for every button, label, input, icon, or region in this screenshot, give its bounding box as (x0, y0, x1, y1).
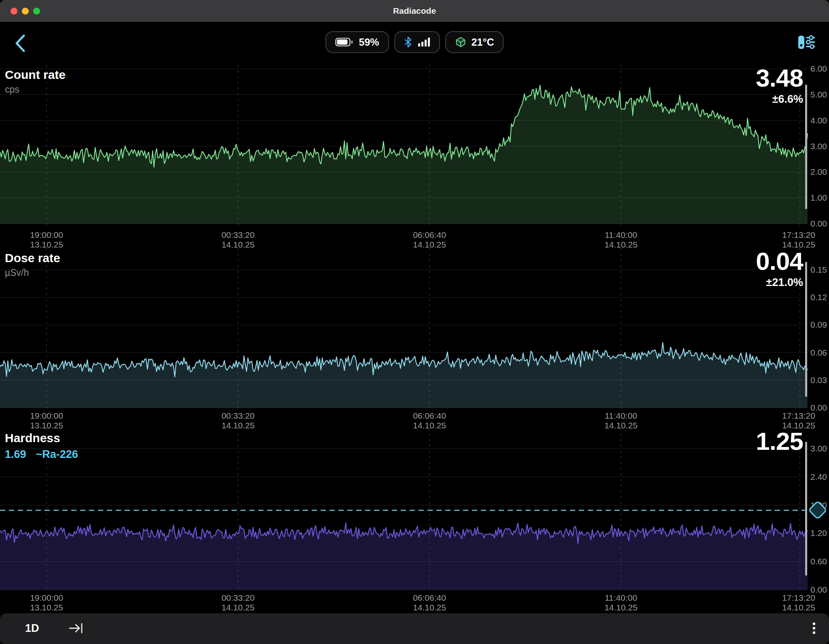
titlebar: Radiacode (0, 0, 829, 22)
count-rate-range-scrollbar[interactable] (805, 85, 807, 209)
hardness-current-value: 1.25 (756, 429, 803, 454)
battery-percent: 59% (359, 36, 379, 48)
device-settings-icon (795, 32, 817, 54)
dose-rate-ytick: 0.12 (810, 292, 828, 302)
toolbar: 59% 21°C (0, 22, 829, 65)
cube-icon (455, 36, 466, 48)
time-axis-label: 17:13:2014.10.25 (770, 593, 827, 612)
dose-rate-plot-svg (0, 248, 829, 409)
count-rate-ytick: 4.00 (810, 116, 828, 125)
app-window: Radiacode 59% (0, 0, 829, 644)
kebab-menu-icon (808, 621, 820, 637)
time-axis-label: 06:06:4014.10.25 (401, 230, 458, 250)
count-rate-ytick: 3.00 (810, 142, 828, 151)
dose-rate-ytick: 0.15 (810, 265, 828, 275)
count-rate-ytick: 0.00 (810, 219, 828, 229)
count-rate-title: Count rate (5, 68, 66, 82)
time-range-button[interactable]: 1D (20, 621, 44, 636)
dose-rate-ytick: 0.09 (810, 320, 828, 330)
count-rate-ytick: 6.00 (810, 64, 828, 74)
count-rate-plot-svg (0, 65, 829, 229)
hardness-ytick: 1.20 (810, 528, 828, 538)
signal-bars-icon (418, 37, 430, 47)
hardness-title: Hardness (5, 431, 60, 445)
temperature-value: 21°C (472, 36, 494, 48)
device-temperature[interactable]: 21°C (445, 31, 504, 53)
time-axis-label: 19:00:0013.10.25 (18, 411, 75, 430)
time-axis-label: 19:00:0013.10.25 (18, 593, 75, 612)
time-axis-label: 00:33:2014.10.25 (210, 411, 266, 430)
count-rate-unit: cps (5, 84, 19, 95)
count-rate-current-value-block: 3.48±6.6% (756, 66, 803, 106)
device-settings-button[interactable] (795, 32, 817, 54)
count-rate-uncertainty: ±6.6% (756, 93, 803, 106)
battery-icon (335, 37, 354, 47)
hardness-plot-svg (0, 428, 829, 591)
hardness-ytick: 0.60 (810, 557, 828, 566)
count-rate-time-axis: 19:00:0013.10.2500:33:2014.10.2506:06:40… (0, 229, 829, 248)
hardness-ytick: 2.40 (810, 472, 828, 482)
skip-to-end-button[interactable] (68, 621, 84, 635)
time-axis-label: 06:06:4014.10.25 (401, 411, 458, 430)
reference-isotope: ~Ra-226 (36, 448, 78, 460)
window-title: Radiacode (393, 6, 436, 16)
hardness-range-scrollbar[interactable] (805, 442, 807, 576)
close-button[interactable] (11, 8, 17, 15)
more-menu-button[interactable] (808, 621, 820, 637)
dose-rate-current-value-block: 0.04±21.0% (756, 249, 803, 289)
dose-rate-ytick: 0.03 (810, 375, 828, 385)
time-axis-label: 00:33:2014.10.25 (210, 593, 266, 612)
count-rate-current-value: 3.48 (756, 66, 803, 91)
connection-status[interactable] (394, 31, 440, 53)
bluetooth-icon (404, 36, 413, 48)
time-axis-label: 19:00:0013.10.25 (18, 230, 75, 250)
chart-dose-rate[interactable]: Dose rateµSv/h0.04±21.0%0.150.120.090.06… (0, 248, 829, 409)
dose-rate-uncertainty: ±21.0% (756, 276, 803, 289)
time-axis-label: 06:06:4014.10.25 (401, 593, 458, 612)
chart-count-rate[interactable]: Count ratecps3.48±6.6%6.005.004.003.002.… (0, 65, 829, 229)
hardness-ytick: 3.00 (810, 444, 828, 453)
count-rate-ytick: 1.00 (810, 193, 828, 203)
time-axis-label: 11:40:0014.10.25 (593, 411, 649, 430)
bottom-toolbar: 1D (0, 613, 829, 644)
time-axis-label: 11:40:0014.10.25 (593, 593, 649, 612)
dose-rate-ytick: 0.06 (810, 348, 828, 358)
dose-rate-range-scrollbar[interactable] (805, 262, 807, 397)
traffic-lights (11, 8, 40, 15)
dose-rate-current-value: 0.04 (756, 249, 803, 274)
dose-rate-title: Dose rate (5, 251, 60, 265)
count-rate-ytick: 2.00 (810, 167, 828, 177)
hardness-reference-label: 1.69~Ra-226 (5, 448, 78, 461)
hardness-time-axis: 19:00:0013.10.2500:33:2014.10.2506:06:40… (0, 591, 829, 613)
count-rate-ytick: 5.00 (810, 90, 828, 100)
battery-status[interactable]: 59% (325, 31, 389, 53)
time-axis-label: 00:33:2014.10.25 (210, 230, 266, 250)
hardness-current-value-block: 1.25 (756, 429, 803, 454)
minimize-button[interactable] (22, 8, 29, 15)
time-axis-label: 17:13:2014.10.25 (770, 230, 827, 250)
dose-rate-unit: µSv/h (5, 267, 29, 278)
chart-hardness[interactable]: Hardness1.69~Ra-2261.253.002.401.801.200… (0, 428, 829, 591)
status-pills: 59% 21°C (0, 31, 829, 53)
dose-rate-time-axis: 19:00:0013.10.2500:33:2014.10.2506:06:40… (0, 409, 829, 428)
time-axis-label: 11:40:0014.10.25 (593, 230, 649, 250)
zoom-button[interactable] (33, 8, 40, 15)
reference-value: 1.69 (5, 448, 26, 460)
charts-area: Count ratecps3.48±6.6%6.005.004.003.002.… (0, 65, 829, 613)
skip-to-end-icon (68, 621, 84, 635)
